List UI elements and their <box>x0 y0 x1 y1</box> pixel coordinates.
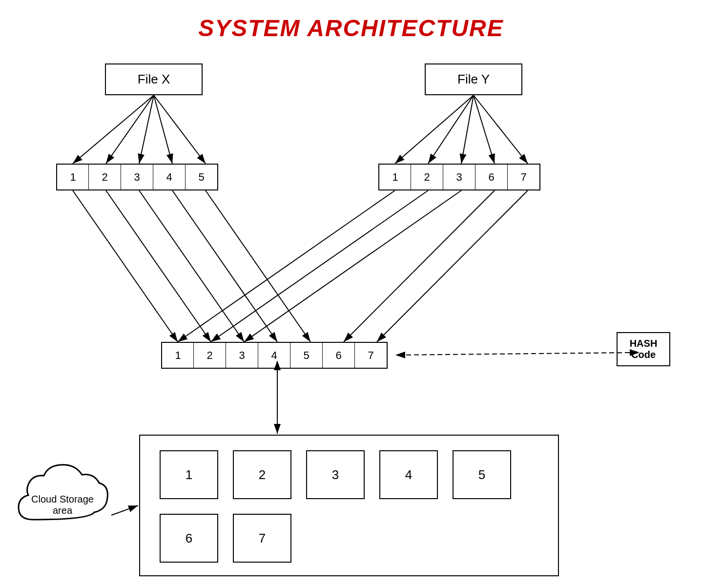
file-x-label: File X <box>138 72 170 87</box>
svg-text:area: area <box>53 505 73 516</box>
file-x-chunk-5: 5 <box>185 164 218 190</box>
hash-line2: Code <box>631 349 656 360</box>
storage-cell-3: 3 <box>306 450 365 499</box>
svg-line-9 <box>154 95 206 164</box>
svg-line-14 <box>474 95 528 164</box>
file-y-chunk-1: 1 <box>378 164 412 190</box>
storage-index-row: 1 2 3 4 5 6 7 <box>161 342 387 369</box>
svg-line-8 <box>154 95 172 164</box>
file-y-chunks: 1 2 3 6 7 <box>378 164 539 190</box>
storage-grid: 1 2 3 4 5 6 7 <box>140 436 558 577</box>
storage-index-6: 6 <box>322 342 355 369</box>
svg-line-7 <box>139 95 154 164</box>
file-y-chunk-4: 6 <box>475 164 508 190</box>
svg-line-23 <box>344 190 495 342</box>
storage-area-box: 1 2 3 4 5 6 7 <box>139 435 559 576</box>
svg-line-25 <box>395 353 630 355</box>
svg-line-19 <box>206 190 310 342</box>
file-y-chunk-3: 3 <box>443 164 476 190</box>
file-x-chunk-2: 2 <box>88 164 122 190</box>
svg-line-6 <box>106 95 154 164</box>
storage-index-5: 5 <box>290 342 323 369</box>
svg-line-11 <box>428 95 474 164</box>
svg-line-16 <box>106 190 211 342</box>
storage-index-4: 4 <box>258 342 291 369</box>
svg-line-18 <box>172 190 277 342</box>
file-x-chunk-1: 1 <box>56 164 89 190</box>
svg-line-13 <box>474 95 495 164</box>
svg-line-17 <box>139 190 244 342</box>
storage-index-1: 1 <box>161 342 194 369</box>
hash-code-box: HASH Code <box>617 332 670 366</box>
storage-cell-4: 4 <box>379 450 438 499</box>
storage-cell-7: 7 <box>233 514 291 563</box>
file-y-chunk-2: 2 <box>411 164 444 190</box>
page-title: SYSTEM ARCHITECTURE <box>0 0 702 42</box>
storage-cell-1: 1 <box>160 450 218 499</box>
svg-line-24 <box>377 190 528 342</box>
svg-line-20 <box>178 190 395 342</box>
svg-line-5 <box>73 95 154 164</box>
svg-line-27 <box>111 505 138 515</box>
svg-line-22 <box>244 190 461 342</box>
svg-line-21 <box>211 190 428 342</box>
svg-line-10 <box>395 95 474 164</box>
file-y-label: File Y <box>457 72 490 87</box>
file-x-box: File X <box>105 63 203 95</box>
file-y-box: File Y <box>425 63 522 95</box>
file-x-chunk-4: 4 <box>153 164 186 190</box>
diagram-container: File X File Y 1 2 3 4 5 1 2 3 6 7 1 2 3 … <box>0 54 702 581</box>
storage-index-2: 2 <box>193 342 227 369</box>
storage-index-3: 3 <box>226 342 259 369</box>
file-y-chunk-5: 7 <box>507 164 540 190</box>
storage-index-7: 7 <box>354 342 388 369</box>
storage-cell-6: 6 <box>160 514 218 563</box>
file-x-chunk-3: 3 <box>121 164 154 190</box>
svg-line-15 <box>73 190 178 342</box>
cloud-storage-area: Cloud Storage area <box>14 456 111 534</box>
cloud-icon: Cloud Storage area <box>14 456 111 534</box>
storage-cell-5: 5 <box>453 450 511 499</box>
svg-text:Cloud Storage: Cloud Storage <box>31 494 94 504</box>
file-x-chunks: 1 2 3 4 5 <box>56 164 217 190</box>
svg-line-12 <box>461 95 474 164</box>
storage-cell-2: 2 <box>233 450 291 499</box>
hash-line1: HASH <box>630 338 658 349</box>
